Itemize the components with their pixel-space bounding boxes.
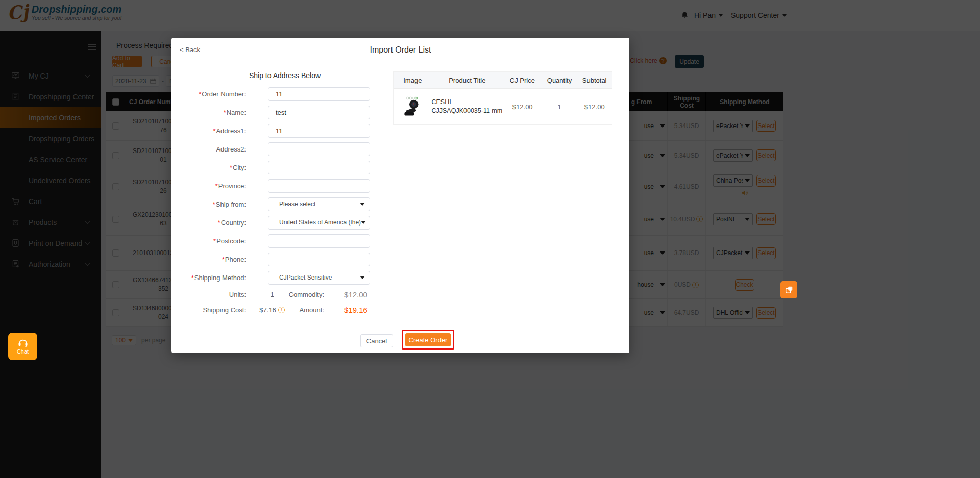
units-value: 1 — [270, 291, 274, 298]
create-order-highlight: Create Order — [402, 330, 454, 350]
order-number-field[interactable]: 11 — [268, 87, 370, 101]
required-asterisk: * — [215, 182, 218, 190]
col-subtotal: Subtotal — [577, 77, 612, 84]
chat-label: Chat — [17, 348, 29, 355]
shipping-cost-warning-icon[interactable]: ! — [278, 307, 285, 313]
form-row-address2: Address2: — [182, 140, 392, 158]
form-row-shipping-method: *Shipping Method:CJPacket Sensitive — [182, 268, 392, 287]
shipping-method-select[interactable]: CJPacket Sensitive — [268, 271, 370, 285]
headset-icon — [17, 338, 29, 347]
selected-value: Please select — [279, 200, 315, 208]
field-label: *Ship from: — [182, 200, 246, 208]
chat-button[interactable]: Chat — [8, 333, 37, 360]
product-quantity: 1 — [542, 103, 577, 111]
required-asterisk: * — [213, 200, 215, 208]
shipping-cost-label: Shipping Cost: — [182, 306, 246, 314]
amount-value: $19.16 — [330, 306, 381, 314]
province-field[interactable] — [268, 179, 370, 193]
chevron-down-icon — [361, 221, 366, 224]
product-price: $12.00 — [503, 103, 542, 111]
field-label: *Phone: — [182, 256, 246, 263]
field-label: *Shipping Method: — [182, 274, 246, 282]
form-row-phone: *Phone: — [182, 250, 392, 268]
field-label: *Address1: — [182, 127, 246, 135]
modal-title: Import Order List — [172, 45, 629, 55]
order-items-header: Image Product Title CJ Price Quantity Su… — [394, 72, 612, 89]
address1-field[interactable]: 11 — [268, 124, 370, 138]
units-commodity-row: Units: 1 Commodity: $12.00 — [182, 287, 392, 302]
floating-tool-button[interactable] — [780, 281, 797, 298]
form-row-order-number: *Order Number:11 — [182, 85, 392, 103]
shipping-amount-row: Shipping Cost: $7.16 ! Amount: $19.16 — [182, 302, 392, 317]
form-row-country: *Country:United States of America (the) — [182, 213, 392, 232]
form-row-province: *Province: — [182, 177, 392, 195]
address-form: Ship to Address Below *Order Number:11*N… — [182, 71, 392, 317]
form-title: Ship to Address Below — [182, 71, 388, 85]
form-row-address1: *Address1:11 — [182, 121, 392, 140]
product-title-line1: CESHI — [431, 98, 503, 107]
col-cj-price: CJ Price — [503, 77, 542, 84]
field-value: 11 — [276, 127, 283, 135]
col-image: Image — [394, 77, 432, 84]
product-subtotal: $12.00 — [577, 103, 612, 111]
col-product-title: Product Title — [432, 77, 503, 84]
order-items-table: Image Product Title CJ Price Quantity Su… — [393, 71, 612, 125]
commodity-value: $12.00 — [330, 290, 381, 299]
create-order-button[interactable]: Create Order — [405, 333, 451, 346]
required-asterisk: * — [230, 164, 232, 171]
form-row-name: *Name:test — [182, 103, 392, 121]
required-asterisk: * — [213, 127, 215, 135]
required-asterisk: * — [224, 109, 226, 116]
required-asterisk: * — [213, 237, 216, 245]
amount-label: Amount: — [287, 306, 324, 314]
order-item-row: CESHI CJJSAQJK00035-11 mm $12.00 1 $12.0… — [394, 89, 612, 124]
field-value: test — [276, 109, 286, 116]
postcode-field[interactable] — [268, 234, 370, 248]
required-asterisk: * — [218, 219, 220, 227]
phone-field[interactable] — [268, 253, 370, 266]
ship-from-select[interactable]: Please select — [268, 197, 370, 211]
col-quantity: Quantity — [542, 77, 577, 84]
import-order-modal: < Back Import Order List Ship to Address… — [172, 38, 629, 353]
city-field[interactable] — [268, 161, 370, 174]
windows-switch-icon — [785, 285, 794, 294]
selected-value: United States of America (the) — [279, 219, 361, 226]
field-label: *Province: — [182, 182, 246, 190]
field-label: *Postcode: — [182, 237, 246, 245]
shipping-cost-value: $7.16 — [259, 306, 276, 314]
field-value: 11 — [276, 90, 283, 98]
country-select[interactable]: United States of America (the) — [268, 216, 370, 230]
commodity-label: Commodity: — [287, 291, 324, 298]
units-label: Units: — [182, 291, 246, 298]
required-asterisk: * — [199, 90, 201, 98]
field-label: *Name: — [182, 109, 246, 116]
required-asterisk: * — [222, 256, 225, 263]
field-label: *Order Number: — [182, 90, 246, 98]
field-label: *City: — [182, 164, 246, 171]
form-row-ship-from: *Ship from:Please select — [182, 195, 392, 213]
chevron-down-icon — [360, 203, 365, 206]
page: Cj Dropshipping.com You sell - We source… — [0, 0, 980, 478]
cancel-button[interactable]: Cancel — [360, 334, 393, 347]
chevron-down-icon — [360, 276, 365, 279]
form-row-postcode: *Postcode: — [182, 232, 392, 250]
selected-value: CJPacket Sensitive — [279, 274, 332, 281]
field-label: *Country: — [182, 219, 246, 227]
required-asterisk: * — [191, 274, 194, 282]
form-row-city: *City: — [182, 158, 392, 177]
name-field[interactable]: test — [268, 106, 370, 119]
product-title-line2: CJJSAQJK00035-11 mm — [431, 107, 503, 115]
field-label: Address2: — [182, 145, 246, 153]
product-image — [401, 95, 424, 118]
address2-field[interactable] — [268, 142, 370, 156]
